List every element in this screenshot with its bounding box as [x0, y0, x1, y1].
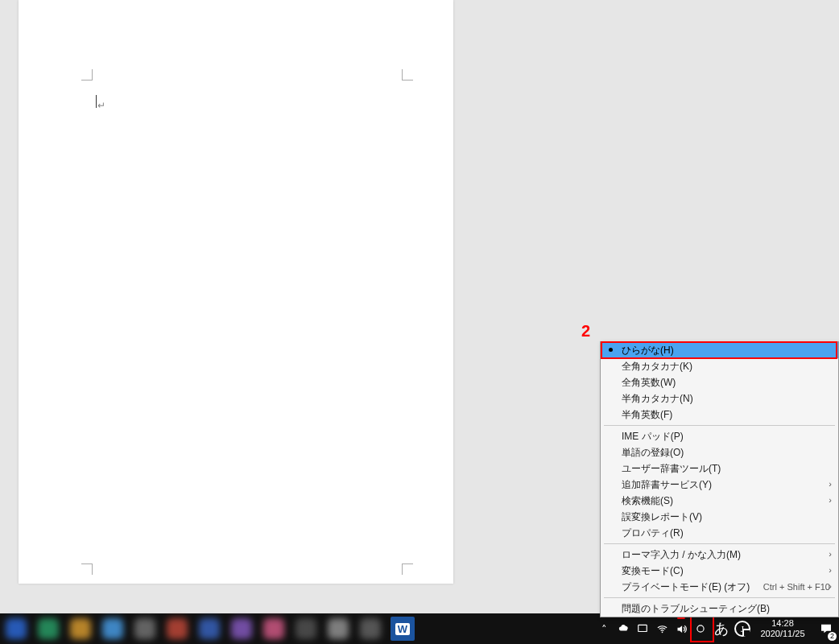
- bullet-icon: [609, 348, 613, 352]
- taskbar-clock[interactable]: 14:28 2020/11/25: [752, 614, 813, 643]
- ime-menu-item-label: 変換モード(C): [622, 564, 684, 578]
- onedrive-icon[interactable]: [614, 613, 633, 644]
- taskbar-left: W: [0, 613, 419, 644]
- margin-corner-br: [402, 564, 413, 575]
- wifi-icon[interactable]: [652, 613, 672, 644]
- ime-menu-item-label: IME パッド(P): [622, 430, 684, 444]
- tray-overflow-chevron-icon[interactable]: ˄: [594, 613, 614, 644]
- ime-menu-item-label: 問題のトラブルシューティング(B): [622, 602, 770, 616]
- ime-menu-item[interactable]: 全角英数(W): [601, 374, 838, 390]
- ime-menu-item[interactable]: プロパティ(R): [601, 525, 838, 541]
- ime-menu-item[interactable]: 半角英数(F): [601, 407, 838, 423]
- ime-menu-item[interactable]: 検索機能(S)›: [601, 493, 838, 509]
- word-icon: W: [391, 617, 415, 641]
- ime-menu-item-label: 検索機能(S): [622, 494, 673, 508]
- ime-menu-item-label: 誤変換レポート(V): [622, 510, 702, 524]
- taskbar-app-8[interactable]: [258, 613, 290, 644]
- taskbar-word[interactable]: W: [386, 613, 419, 644]
- menu-separator: [604, 425, 835, 426]
- chevron-right-icon: ›: [829, 581, 832, 591]
- ime-menu-item-label: 半角カタカナ(N): [622, 392, 693, 406]
- system-tray[interactable]: ˄ あ J: [594, 613, 752, 644]
- taskbar-app-6[interactable]: [193, 613, 225, 644]
- clock-time: 14:28: [752, 618, 813, 629]
- svg-point-2: [697, 625, 704, 632]
- notification-badge: 2: [828, 632, 837, 641]
- clock-date: 2020/11/25: [752, 629, 813, 639]
- cortana-icon[interactable]: [691, 613, 710, 644]
- menu-shortcut: Ctrl + Shift + F10: [763, 582, 830, 592]
- ime-indicator[interactable]: あ: [710, 613, 733, 644]
- annotation-label-2: 2: [581, 322, 590, 341]
- ime-menu-item[interactable]: ローマ字入力 / かな入力(M)›: [601, 547, 838, 563]
- taskbar[interactable]: W ˄ あ J 14:28: [0, 613, 839, 644]
- taskbar-app-7[interactable]: [225, 613, 258, 644]
- start-button[interactable]: [0, 613, 32, 644]
- ime-menu-item[interactable]: プライベートモード(E) (オフ)Ctrl + Shift + F10›: [601, 579, 838, 595]
- taskbar-app-9[interactable]: [290, 613, 322, 644]
- taskbar-right: ˄ あ J 14:28 2020/11/25: [594, 613, 839, 644]
- menu-separator: [604, 543, 835, 544]
- ime-menu-item-label: 半角英数(F): [622, 408, 672, 422]
- chevron-right-icon: ›: [829, 565, 832, 575]
- taskbar-app-4[interactable]: [129, 613, 161, 644]
- ime-menu-item[interactable]: 変換モード(C)›: [601, 563, 838, 579]
- margin-corner-bl: [81, 564, 93, 575]
- chevron-right-icon: ›: [829, 479, 832, 489]
- ime-menu-item-label: プロパティ(R): [622, 526, 684, 540]
- tray-app-icon[interactable]: [633, 613, 652, 644]
- taskbar-app-2[interactable]: [64, 613, 97, 644]
- ime-menu-item-label: 単語の登録(O): [622, 446, 684, 460]
- taskbar-app-3[interactable]: [97, 613, 129, 644]
- ime-menu-item-label: ひらがな(H): [622, 344, 674, 357]
- taskbar-app-5[interactable]: [161, 613, 193, 644]
- ime-menu-item[interactable]: 単語の登録(O): [601, 444, 838, 460]
- document-page[interactable]: ↵: [19, 0, 453, 584]
- ime-menu-item-label: 全角カタカナ(K): [622, 360, 692, 374]
- menu-separator: [604, 597, 835, 598]
- ime-menu-item[interactable]: 誤変換レポート(V): [601, 509, 838, 525]
- taskbar-app-10[interactable]: [322, 613, 354, 644]
- ime-menu-item-label: ユーザー辞書ツール(T): [622, 462, 721, 476]
- svg-rect-0: [639, 625, 647, 631]
- ime-mode-icon[interactable]: J: [733, 613, 752, 644]
- chevron-right-icon: ›: [829, 495, 832, 505]
- ime-menu-item[interactable]: ユーザー辞書ツール(T): [601, 460, 838, 477]
- ime-menu-item[interactable]: 全角カタカナ(K): [601, 358, 838, 374]
- taskbar-app-1[interactable]: [32, 613, 64, 644]
- ime-context-menu[interactable]: ひらがな(H)全角カタカナ(K)全角英数(W)半角カタカナ(N)半角英数(F)I…: [600, 341, 839, 617]
- taskbar-app-11[interactable]: [354, 613, 386, 644]
- ime-menu-item-label: 追加辞書サービス(Y): [622, 478, 712, 492]
- chevron-right-icon: ›: [829, 549, 832, 559]
- ime-menu-item-label: 全角英数(W): [622, 376, 676, 390]
- paragraph-mark-icon: ↵: [97, 100, 105, 111]
- action-center-icon[interactable]: 2: [813, 613, 839, 644]
- text-cursor[interactable]: ↵: [96, 93, 107, 109]
- svg-point-1: [661, 631, 663, 633]
- ime-menu-item[interactable]: 半角カタカナ(N): [601, 390, 838, 407]
- ime-menu-item[interactable]: IME パッド(P): [601, 428, 838, 444]
- ime-menu-item-label: プライベートモード(E) (オフ): [622, 580, 750, 594]
- margin-corner-tl: [81, 69, 93, 80]
- ime-menu-item[interactable]: ひらがな(H): [601, 342, 838, 358]
- ime-menu-item[interactable]: 追加辞書サービス(Y)›: [601, 477, 838, 493]
- ime-menu-item-label: ローマ字入力 / かな入力(M): [622, 548, 741, 562]
- ime-menu-item[interactable]: 問題のトラブルシューティング(B): [601, 601, 838, 617]
- margin-corner-tr: [402, 69, 413, 80]
